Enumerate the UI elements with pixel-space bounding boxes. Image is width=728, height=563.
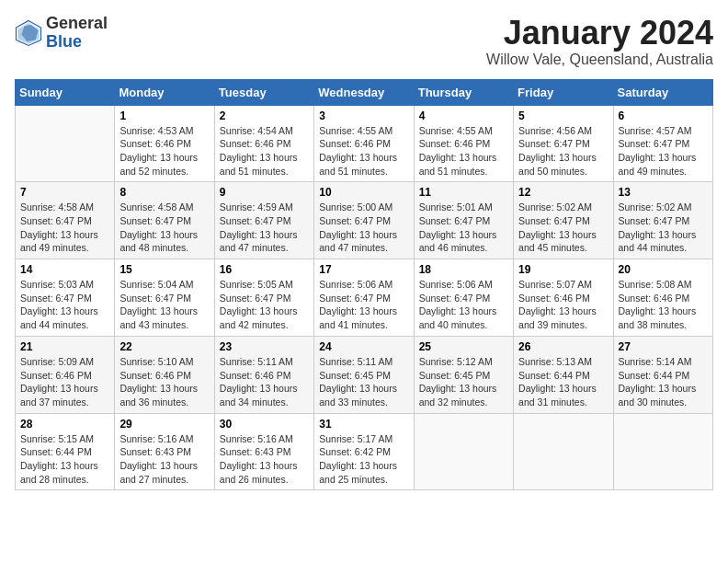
day-info: Sunrise: 4:57 AMSunset: 6:47 PMDaylight:… — [619, 124, 708, 178]
day-number: 20 — [619, 263, 708, 276]
day-info: Sunrise: 5:11 AMSunset: 6:45 PMDaylight:… — [319, 355, 408, 409]
logo: General Blue — [15, 15, 108, 52]
day-info: Sunrise: 4:53 AMSunset: 6:46 PMDaylight:… — [119, 124, 209, 178]
calendar-cell: 28Sunrise: 5:15 AMSunset: 6:44 PMDayligh… — [16, 413, 115, 490]
calendar-cell: 11Sunrise: 5:01 AMSunset: 6:47 PMDayligh… — [414, 182, 513, 259]
calendar-cell: 21Sunrise: 5:09 AMSunset: 6:46 PMDayligh… — [16, 336, 115, 413]
calendar-cell: 4Sunrise: 4:55 AMSunset: 6:46 PMDaylight… — [414, 105, 513, 182]
day-number: 25 — [419, 340, 508, 353]
logo-text: General Blue — [46, 15, 108, 52]
day-number: 30 — [220, 418, 309, 431]
calendar-cell: 29Sunrise: 5:16 AMSunset: 6:43 PMDayligh… — [115, 413, 214, 490]
day-number: 5 — [518, 109, 608, 122]
calendar-table: SundayMondayTuesdayWednesdayThursdayFrid… — [15, 79, 713, 491]
day-info: Sunrise: 4:54 AMSunset: 6:46 PMDaylight:… — [220, 124, 309, 178]
day-number: 8 — [119, 186, 209, 199]
day-info: Sunrise: 5:16 AMSunset: 6:43 PMDaylight:… — [119, 432, 209, 487]
day-info: Sunrise: 5:15 AMSunset: 6:44 PMDaylight:… — [20, 432, 109, 487]
header-day-tuesday: Tuesday — [214, 79, 313, 105]
day-number: 10 — [319, 186, 408, 199]
calendar-cell: 19Sunrise: 5:07 AMSunset: 6:46 PMDayligh… — [514, 259, 613, 337]
calendar-cell — [514, 413, 613, 490]
calendar-header-row: SundayMondayTuesdayWednesdayThursdayFrid… — [16, 79, 713, 105]
calendar-cell: 17Sunrise: 5:06 AMSunset: 6:47 PMDayligh… — [314, 259, 414, 337]
day-info: Sunrise: 5:13 AMSunset: 6:44 PMDaylight:… — [518, 355, 608, 409]
calendar-cell: 5Sunrise: 4:56 AMSunset: 6:47 PMDaylight… — [514, 105, 613, 182]
calendar-cell: 22Sunrise: 5:10 AMSunset: 6:46 PMDayligh… — [115, 336, 214, 413]
day-number: 3 — [319, 109, 408, 122]
day-info: Sunrise: 5:16 AMSunset: 6:43 PMDaylight:… — [220, 432, 309, 487]
calendar-cell: 25Sunrise: 5:12 AMSunset: 6:45 PMDayligh… — [414, 336, 513, 413]
header-day-sunday: Sunday — [16, 79, 115, 105]
calendar-week-1: 1Sunrise: 4:53 AMSunset: 6:46 PMDaylight… — [16, 105, 713, 182]
day-info: Sunrise: 5:02 AMSunset: 6:47 PMDaylight:… — [619, 201, 708, 255]
day-info: Sunrise: 5:01 AMSunset: 6:47 PMDaylight:… — [419, 201, 508, 255]
day-info: Sunrise: 5:14 AMSunset: 6:44 PMDaylight:… — [619, 355, 708, 409]
day-info: Sunrise: 4:56 AMSunset: 6:47 PMDaylight:… — [518, 124, 608, 178]
calendar-cell: 31Sunrise: 5:17 AMSunset: 6:42 PMDayligh… — [314, 413, 414, 490]
calendar-week-4: 21Sunrise: 5:09 AMSunset: 6:46 PMDayligh… — [16, 336, 713, 413]
calendar-cell: 2Sunrise: 4:54 AMSunset: 6:46 PMDaylight… — [214, 105, 313, 182]
day-info: Sunrise: 5:09 AMSunset: 6:46 PMDaylight:… — [20, 355, 109, 409]
day-number: 29 — [119, 418, 209, 431]
calendar-cell — [414, 413, 513, 490]
header-day-friday: Friday — [514, 79, 613, 105]
calendar-cell: 23Sunrise: 5:11 AMSunset: 6:46 PMDayligh… — [214, 336, 313, 413]
calendar-cell: 14Sunrise: 5:03 AMSunset: 6:47 PMDayligh… — [16, 259, 115, 337]
page-header: General Blue January 2024 Willow Vale, Q… — [15, 15, 713, 68]
day-info: Sunrise: 5:17 AMSunset: 6:42 PMDaylight:… — [319, 432, 408, 487]
logo-icon — [15, 19, 42, 47]
calendar-cell: 10Sunrise: 5:00 AMSunset: 6:47 PMDayligh… — [314, 182, 414, 259]
day-number: 13 — [619, 186, 708, 199]
day-info: Sunrise: 5:03 AMSunset: 6:47 PMDaylight:… — [20, 278, 109, 332]
day-info: Sunrise: 4:58 AMSunset: 6:47 PMDaylight:… — [20, 201, 109, 255]
calendar-cell — [613, 413, 712, 490]
day-number: 24 — [319, 340, 408, 353]
day-info: Sunrise: 5:10 AMSunset: 6:46 PMDaylight:… — [119, 355, 209, 409]
day-number: 4 — [419, 109, 508, 122]
calendar-cell: 16Sunrise: 5:05 AMSunset: 6:47 PMDayligh… — [214, 259, 313, 337]
day-info: Sunrise: 5:02 AMSunset: 6:47 PMDaylight:… — [518, 201, 608, 255]
calendar-cell: 24Sunrise: 5:11 AMSunset: 6:45 PMDayligh… — [314, 336, 414, 413]
calendar-cell: 12Sunrise: 5:02 AMSunset: 6:47 PMDayligh… — [514, 182, 613, 259]
day-number: 7 — [20, 186, 109, 199]
day-number: 26 — [518, 340, 608, 353]
day-number: 31 — [319, 418, 408, 431]
day-number: 2 — [220, 109, 309, 122]
title-area: January 2024 Willow Vale, Queensland, Au… — [486, 15, 713, 68]
day-number: 22 — [119, 340, 209, 353]
day-info: Sunrise: 5:06 AMSunset: 6:47 PMDaylight:… — [319, 278, 408, 332]
calendar-week-2: 7Sunrise: 4:58 AMSunset: 6:47 PMDaylight… — [16, 182, 713, 259]
calendar-cell: 27Sunrise: 5:14 AMSunset: 6:44 PMDayligh… — [613, 336, 712, 413]
calendar-cell: 30Sunrise: 5:16 AMSunset: 6:43 PMDayligh… — [214, 413, 313, 490]
day-number: 21 — [20, 340, 109, 353]
page-title: January 2024 — [486, 15, 713, 52]
day-number: 16 — [220, 263, 309, 276]
day-number: 17 — [319, 263, 408, 276]
calendar-cell: 18Sunrise: 5:06 AMSunset: 6:47 PMDayligh… — [414, 259, 513, 337]
calendar-cell: 20Sunrise: 5:08 AMSunset: 6:46 PMDayligh… — [613, 259, 712, 337]
calendar-cell: 6Sunrise: 4:57 AMSunset: 6:47 PMDaylight… — [613, 105, 712, 182]
day-info: Sunrise: 5:12 AMSunset: 6:45 PMDaylight:… — [419, 355, 508, 409]
header-day-thursday: Thursday — [414, 79, 513, 105]
day-info: Sunrise: 4:59 AMSunset: 6:47 PMDaylight:… — [220, 201, 309, 255]
day-number: 18 — [419, 263, 508, 276]
calendar-week-5: 28Sunrise: 5:15 AMSunset: 6:44 PMDayligh… — [16, 413, 713, 490]
day-number: 6 — [619, 109, 708, 122]
day-number: 1 — [119, 109, 209, 122]
day-info: Sunrise: 5:04 AMSunset: 6:47 PMDaylight:… — [119, 278, 209, 332]
day-number: 28 — [20, 418, 109, 431]
header-day-monday: Monday — [115, 79, 214, 105]
day-number: 19 — [518, 263, 608, 276]
day-info: Sunrise: 5:07 AMSunset: 6:46 PMDaylight:… — [518, 278, 608, 332]
day-number: 23 — [220, 340, 309, 353]
day-info: Sunrise: 5:05 AMSunset: 6:47 PMDaylight:… — [220, 278, 309, 332]
day-info: Sunrise: 5:06 AMSunset: 6:47 PMDaylight:… — [419, 278, 508, 332]
day-info: Sunrise: 4:58 AMSunset: 6:47 PMDaylight:… — [119, 201, 209, 255]
day-info: Sunrise: 5:11 AMSunset: 6:46 PMDaylight:… — [220, 355, 309, 409]
day-number: 11 — [419, 186, 508, 199]
calendar-cell: 8Sunrise: 4:58 AMSunset: 6:47 PMDaylight… — [115, 182, 214, 259]
day-info: Sunrise: 5:08 AMSunset: 6:46 PMDaylight:… — [619, 278, 708, 332]
day-number: 12 — [518, 186, 608, 199]
calendar-cell: 15Sunrise: 5:04 AMSunset: 6:47 PMDayligh… — [115, 259, 214, 337]
